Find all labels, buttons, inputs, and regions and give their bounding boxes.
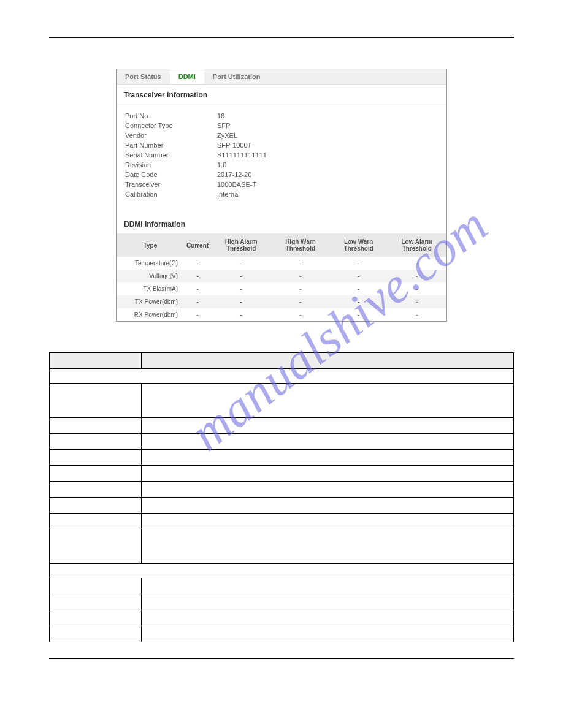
description-table — [49, 352, 514, 642]
info-label: Date Code — [125, 171, 217, 178]
desc-label — [50, 466, 142, 482]
ddmi-cell: - — [184, 295, 211, 308]
desc-label — [50, 594, 142, 610]
desc-label — [50, 578, 142, 594]
ddmi-cell: - — [388, 282, 446, 295]
table-row: TX Bias(mA) - - - - - — [117, 282, 446, 295]
desc-text — [142, 466, 514, 482]
desc-text — [142, 384, 514, 418]
desc-label — [50, 384, 142, 418]
ddmi-header: Type — [117, 233, 184, 257]
ddmi-header: Current — [184, 233, 211, 257]
ddmi-cell: - — [271, 308, 330, 321]
ddmi-cell: - — [388, 270, 446, 282]
desc-text — [142, 610, 514, 626]
ddmi-section-title: DDMI Information — [117, 211, 446, 233]
desc-text — [142, 594, 514, 610]
desc-label — [50, 434, 142, 450]
table-row: Voltage(V) - - - - - — [117, 270, 446, 282]
desc-label — [50, 482, 142, 498]
ddmi-header: High Warn Threshold — [271, 233, 330, 257]
table-row: TX Power(dbm) - - - - - — [117, 295, 446, 308]
info-label: Transceiver — [125, 181, 217, 188]
desc-label — [50, 498, 142, 514]
info-value: 1.0 — [217, 161, 226, 169]
transceiver-section-title: Transceiver Information — [117, 85, 446, 105]
info-label: Part Number — [125, 142, 217, 149]
desc-text — [142, 482, 514, 498]
table-row: RX Power(dbm) - - - - - — [117, 308, 446, 321]
desc-text — [142, 578, 514, 594]
info-row: Revision1.0 — [125, 160, 438, 170]
info-value: ZyXEL — [217, 132, 237, 139]
ddmi-cell: - — [330, 257, 388, 270]
info-row: Serial NumberS111111111111 — [125, 150, 438, 160]
desc-text — [142, 434, 514, 450]
desc-label — [50, 514, 142, 529]
info-row: Date Code2017-12-20 — [125, 170, 438, 180]
info-value: SFP — [217, 122, 230, 129]
table-row: Temperature(C) - - - - - — [117, 257, 446, 270]
tabbar: Port Status DDMI Port Utilization — [117, 69, 446, 85]
ddmi-header: Low Alarm Threshold — [388, 233, 446, 257]
tab-port-utilization[interactable]: Port Utilization — [204, 69, 269, 84]
desc-section-row — [50, 564, 514, 578]
info-value: SFP-1000T — [217, 142, 251, 149]
transceiver-info: Port No16 Connector TypeSFP VendorZyXEL … — [117, 105, 446, 211]
desc-text — [142, 418, 514, 434]
info-row: Transceiver1000BASE-T — [125, 180, 438, 189]
info-value: 1000BASE-T — [217, 181, 256, 188]
info-row: VendorZyXEL — [125, 131, 438, 140]
ddmi-cell: - — [184, 270, 211, 282]
info-label: Revision — [125, 161, 217, 169]
desc-header-desc — [142, 353, 514, 369]
ddmi-cell: - — [271, 282, 330, 295]
ddmi-cell: - — [211, 295, 271, 308]
desc-label — [50, 418, 142, 434]
desc-text — [142, 450, 514, 466]
ddmi-type: Voltage(V) — [117, 270, 184, 282]
ddmi-header: Low Warn Threshold — [330, 233, 388, 257]
ddmi-cell: - — [211, 270, 271, 282]
info-label: Connector Type — [125, 122, 217, 129]
bottom-rule — [49, 658, 514, 659]
ddmi-cell: - — [271, 257, 330, 270]
tab-port-status[interactable]: Port Status — [117, 69, 170, 84]
desc-section-row — [50, 369, 514, 384]
top-rule — [49, 37, 514, 38]
desc-header-label — [50, 353, 142, 369]
info-row: Part NumberSFP-1000T — [125, 140, 438, 150]
desc-text — [142, 626, 514, 642]
ddmi-type: Temperature(C) — [117, 257, 184, 270]
desc-text — [142, 514, 514, 529]
info-row: CalibrationInternal — [125, 189, 438, 199]
ddmi-table: Type Current High Alarm Threshold High W… — [117, 233, 446, 321]
ddmi-cell: - — [211, 308, 271, 321]
ddmi-cell: - — [211, 282, 271, 295]
info-value: Internal — [217, 191, 240, 198]
desc-label — [50, 626, 142, 642]
info-label: Port No — [125, 112, 217, 119]
ddmi-type: TX Power(dbm) — [117, 295, 184, 308]
ddmi-type: TX Bias(mA) — [117, 282, 184, 295]
ddmi-type: RX Power(dbm) — [117, 308, 184, 321]
info-value: 2017-12-20 — [217, 171, 251, 178]
info-value: 16 — [217, 112, 224, 119]
ddmi-cell: - — [184, 282, 211, 295]
ddmi-cell: - — [271, 295, 330, 308]
ddmi-header: High Alarm Threshold — [211, 233, 271, 257]
desc-label — [50, 450, 142, 466]
info-label: Vendor — [125, 132, 217, 139]
ddmi-cell: - — [388, 308, 446, 321]
desc-label — [50, 529, 142, 564]
ddmi-cell: - — [184, 308, 211, 321]
ddmi-cell: - — [330, 282, 388, 295]
ddmi-cell: - — [330, 295, 388, 308]
info-value: S111111111111 — [217, 151, 267, 159]
ddmi-cell: - — [184, 257, 211, 270]
ddmi-cell: - — [330, 308, 388, 321]
ddmi-cell: - — [271, 270, 330, 282]
info-row: Port No16 — [125, 111, 438, 121]
ddmi-cell: - — [211, 257, 271, 270]
tab-ddmi[interactable]: DDMI — [170, 69, 204, 84]
